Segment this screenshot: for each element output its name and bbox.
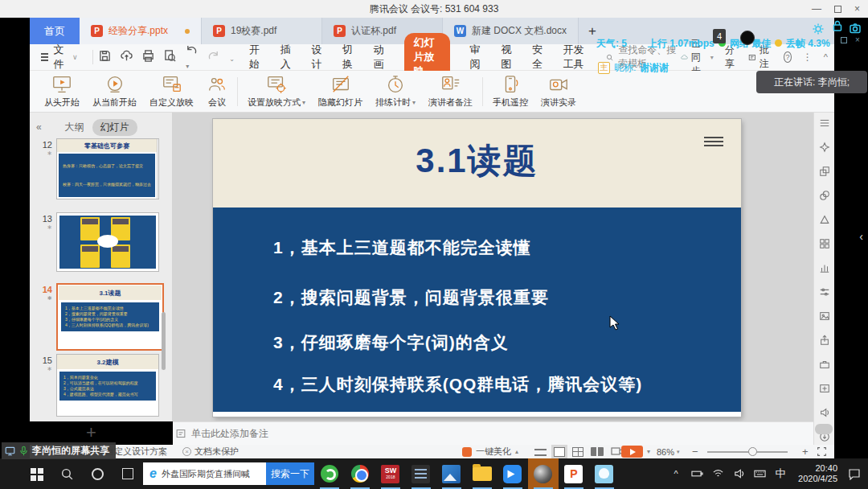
app-photos-icon[interactable] [436, 458, 467, 489]
current-slide[interactable]: 3.1读题 1，基本上三道题都不能完全读懂 2，搜索问题背景，问题背景很重要 3… [213, 119, 741, 417]
print-preview-icon[interactable] [164, 50, 176, 64]
small-close-icon[interactable]: × [855, 35, 860, 44]
zoom-level[interactable]: 86% [657, 445, 680, 458]
tool-from-beginning[interactable]: 从头开始 [38, 74, 86, 109]
tray-expand-icon[interactable]: ^ [667, 462, 685, 486]
slide-sorter-icon[interactable] [572, 447, 583, 457]
more-options-icon[interactable]: ⋮ [803, 51, 813, 63]
tool-speaker-notes[interactable]: 演讲者备注 [422, 74, 479, 109]
zoom-slider-track[interactable] [707, 451, 788, 453]
start-button[interactable] [21, 458, 51, 489]
restore-window-icon[interactable] [841, 37, 847, 43]
slide-point[interactable]: 2，搜索问题背景，问题背景很重要 [273, 286, 549, 309]
audio-icon[interactable] [819, 407, 830, 421]
right-scrollbar-thumb[interactable] [815, 424, 833, 434]
tool-rehearse-timing[interactable]: 排练计时 [369, 74, 422, 109]
notes-view-icon[interactable] [534, 449, 547, 456]
tab-view[interactable]: 视图 [501, 43, 512, 72]
app-active-window-icon[interactable] [528, 458, 559, 489]
tab-insert[interactable]: 插入 [280, 43, 292, 72]
volume-icon[interactable] [730, 462, 747, 486]
tab-review[interactable]: 审阅 [470, 43, 481, 72]
print-icon[interactable] [142, 50, 154, 64]
slide-point[interactable]: 4，三人时刻保持联系(QQ群电话，腾讯会议等) [273, 373, 642, 396]
collapse-panel-icon[interactable]: « [36, 121, 42, 133]
layout-grid-icon[interactable] [819, 238, 830, 253]
properties-icon[interactable] [819, 286, 830, 301]
tab-doc-pptx[interactable]: P 经验分享.pptx [80, 18, 202, 44]
document-protect-status[interactable]: 文档未保护 [182, 445, 239, 458]
add-slide-button[interactable]: + [86, 425, 96, 441]
redo-icon[interactable] [207, 50, 219, 64]
file-menu-button[interactable]: 文件 [30, 43, 86, 72]
gear-icon[interactable] [812, 23, 825, 35]
effects-icon[interactable] [819, 142, 830, 156]
slide-thumbnail-13[interactable] [56, 212, 159, 272]
app-file-explorer-icon[interactable] [467, 458, 497, 489]
triangle-icon[interactable] [819, 214, 830, 228]
slide-point[interactable]: 1，基本上三道题都不能完全读懂 [273, 236, 531, 259]
play-slideshow-button[interactable] [621, 446, 643, 458]
sidebar-scrollbar[interactable] [162, 312, 166, 370]
tab-design[interactable]: 设计 [311, 43, 322, 72]
ie-search-button[interactable]: 搜索一下 [266, 462, 314, 485]
slide-body-block[interactable]: 1，基本上三道题都不能完全读懂 2，搜索问题背景，问题背景很重要 3，仔细琢磨每… [213, 208, 741, 412]
app-anime-icon[interactable] [589, 458, 620, 489]
clock[interactable]: 20:40 2020/4/25 [792, 463, 837, 484]
screenshot-icon[interactable] [849, 22, 862, 35]
slide-point[interactable]: 3，仔细琢磨每个字(词)的含义 [273, 331, 509, 354]
tab-home[interactable]: 首页 [30, 18, 80, 44]
circle-shapes-icon[interactable] [819, 190, 830, 204]
save-icon[interactable] [99, 50, 111, 64]
tab-transition[interactable]: 切换 [342, 43, 354, 72]
ie-search-box[interactable]: e 外盘国际期货直播间喊 [143, 462, 266, 485]
battery-icon[interactable] [688, 462, 706, 486]
image-icon[interactable] [819, 310, 830, 325]
tool-meeting[interactable]: 会议 [200, 74, 234, 109]
slide-thumbnail-12[interactable]: 零基础也可参赛 热身赛：只敢模仿，心态崩了，论文忘了提交 校赛：四天一夜肝完，只… [56, 138, 159, 199]
taskbar-search-icon[interactable] [51, 458, 82, 489]
tab-security[interactable]: 安全 [532, 43, 543, 72]
beautify-button[interactable]: 一键美化 [462, 445, 518, 458]
tool-phone-remote[interactable]: 手机遥控 [486, 74, 534, 109]
tool-custom-show[interactable]: 自定义放映 [143, 74, 200, 109]
ime-indicator[interactable]: 中 [772, 462, 789, 486]
comment-button[interactable]: 批注 [748, 43, 772, 71]
action-center-icon[interactable] [841, 468, 868, 480]
slide-thumbnail-15[interactable]: 3.2建模 1，简单问题复杂化 2，可以适当建模，在可以轻松驾驭的程度 3，公式… [56, 354, 159, 417]
app-chrome-icon[interactable] [345, 458, 375, 489]
chart-icon[interactable] [819, 262, 830, 277]
toolbox-icon[interactable] [819, 359, 830, 373]
touch-keyboard-icon[interactable] [751, 462, 768, 486]
tool-from-current[interactable]: 从当前开始 [86, 74, 143, 109]
fit-screen-icon[interactable] [817, 445, 827, 458]
menu-icon[interactable] [819, 117, 830, 132]
export-icon[interactable] [819, 335, 830, 349]
undo-icon[interactable]: ▾ [186, 44, 198, 71]
slide-title-block[interactable]: 3.1读题 [213, 119, 741, 208]
task-view-icon[interactable] [113, 458, 143, 489]
output-icon[interactable] [121, 50, 133, 64]
collapse-ribbon-icon[interactable]: ^ [824, 52, 828, 62]
cortana-icon[interactable] [82, 458, 113, 489]
app-wps-icon[interactable]: P [559, 458, 589, 489]
normal-view-icon[interactable] [554, 447, 565, 457]
tab-outline[interactable]: 大纲 [65, 121, 84, 134]
shapes-icon[interactable] [819, 166, 830, 180]
slide-title[interactable]: 3.1读题 [213, 119, 741, 183]
app-tencent-meeting-icon[interactable] [497, 458, 528, 489]
app-360-browser-icon[interactable] [314, 458, 345, 489]
screen-share-banner[interactable]: 李尚恒的屏幕共享 [2, 442, 116, 459]
tool-hide-slide[interactable]: 隐藏幻灯片 [312, 74, 369, 109]
share-button[interactable]: 分享 [725, 43, 737, 71]
close-icon[interactable]: × [854, 4, 860, 14]
help-icon[interactable] [784, 51, 792, 63]
tool-speech-record[interactable]: 演讲实录 [534, 74, 583, 109]
lock-icon[interactable] [831, 19, 844, 32]
tab-home-ribbon[interactable]: 开始 [249, 43, 260, 72]
notes-bar[interactable]: 单击此处添加备注 [173, 421, 813, 445]
minimize-icon[interactable]: — [812, 4, 821, 14]
tab-animation[interactable]: 动画 [374, 43, 385, 72]
zoom-out-button[interactable]: − [692, 445, 698, 458]
slide-thumbnail-14[interactable]: 3.1读题 1，基本上三道题都不能完全读懂 2，搜索问题背景，问题背景很重要 3… [59, 286, 162, 348]
